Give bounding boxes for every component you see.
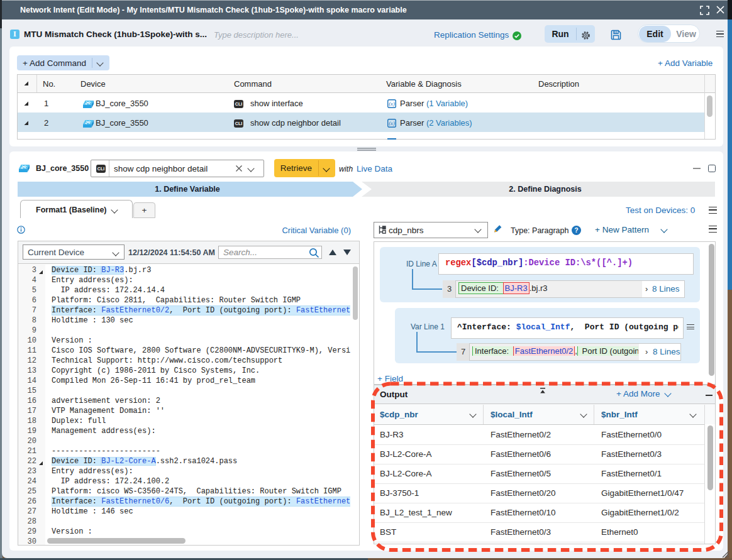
svg-text:(x): (x) xyxy=(389,101,395,107)
svg-text:(x): (x) xyxy=(389,120,395,126)
